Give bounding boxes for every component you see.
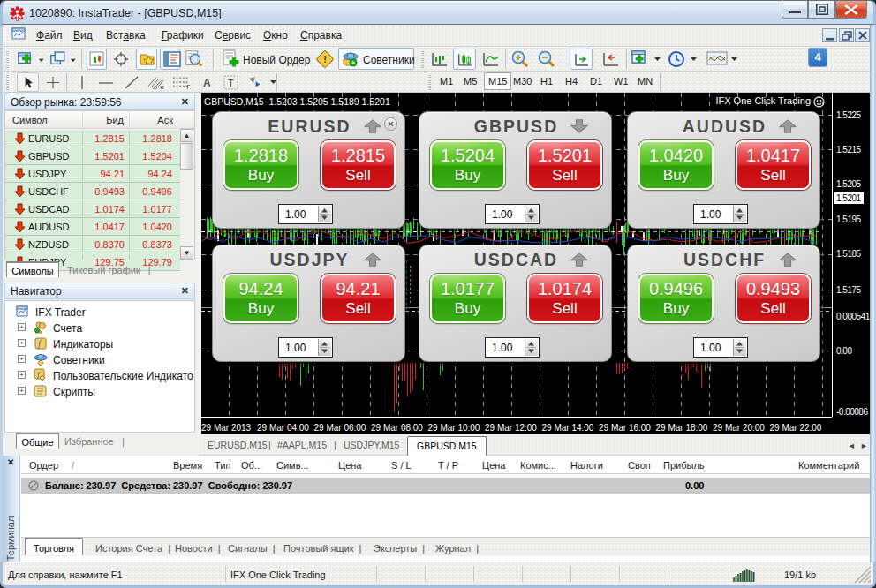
svg-text:!: ! bbox=[323, 54, 327, 64]
svg-text:E: E bbox=[160, 84, 163, 90]
svg-text:T: T bbox=[228, 78, 234, 88]
svg-text:F: F bbox=[187, 84, 191, 90]
